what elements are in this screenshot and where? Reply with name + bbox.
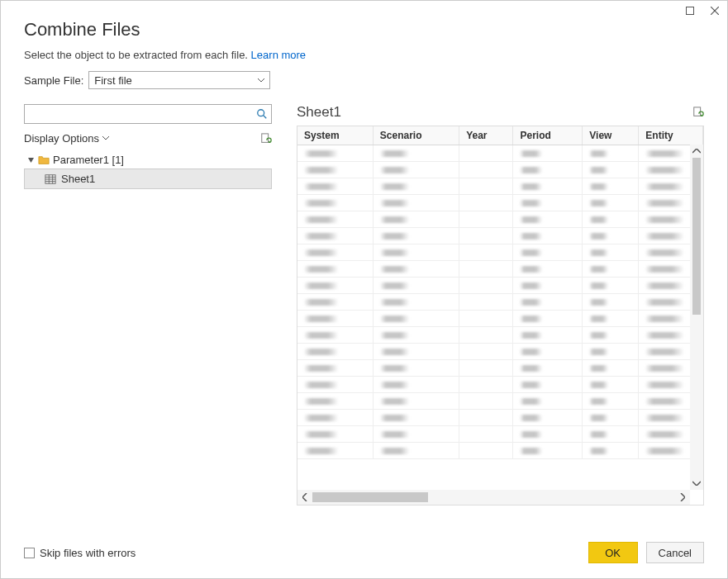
table-row: [297, 228, 703, 244]
table-cell: [583, 443, 639, 459]
table-cell: [297, 393, 373, 410]
column-header[interactable]: View: [583, 126, 639, 145]
table-cell: [583, 426, 639, 443]
table-cell: [297, 360, 373, 377]
table-cell: [373, 377, 459, 393]
table-cell: [459, 195, 513, 211]
ok-button[interactable]: OK: [588, 542, 638, 563]
tree-child-label: Sheet1: [61, 173, 95, 185]
learn-more-link[interactable]: Learn more: [251, 49, 306, 61]
table-row: [297, 178, 703, 195]
maximize-button[interactable]: [678, 1, 702, 21]
search-icon: [256, 108, 268, 120]
tree-parent-label: Parameter1 [1]: [53, 154, 124, 166]
skip-errors-checkbox[interactable]: Skip files with errors: [24, 547, 136, 559]
table-row: [297, 327, 703, 344]
table-row: [297, 278, 703, 294]
table-cell: [583, 410, 639, 426]
table-row: [297, 426, 703, 443]
tree-child-node[interactable]: Sheet1: [24, 168, 272, 189]
table-cell: [583, 311, 639, 327]
table-cell: [459, 228, 513, 244]
chevron-down-icon: [692, 481, 701, 486]
table-cell: [297, 178, 373, 195]
table-cell: [373, 311, 459, 327]
tree-parent-node[interactable]: Parameter1 [1]: [24, 151, 272, 168]
close-button[interactable]: [702, 1, 727, 21]
table-cell: [583, 195, 639, 211]
close-icon: [711, 7, 719, 15]
vertical-scroll-thumb[interactable]: [692, 158, 701, 315]
cancel-button[interactable]: Cancel: [646, 542, 704, 563]
column-header[interactable]: Year: [459, 126, 513, 145]
table-cell: [459, 211, 513, 228]
table-cell: [583, 244, 639, 261]
table-row: [297, 145, 703, 162]
svg-line-4: [264, 116, 267, 119]
table-cell: [297, 278, 373, 294]
table-cell: [297, 145, 373, 162]
refresh-icon[interactable]: [260, 133, 272, 145]
table-cell: [513, 393, 583, 410]
table-cell: [513, 360, 583, 377]
table-cell: [297, 443, 373, 459]
chevron-up-icon: [692, 149, 701, 154]
table-cell: [373, 327, 459, 344]
table-cell: [459, 426, 513, 443]
table-cell: [373, 261, 459, 278]
table-cell: [583, 360, 639, 377]
column-header[interactable]: System: [297, 126, 373, 145]
table-cell: [513, 145, 583, 162]
table-cell: [297, 162, 373, 178]
scroll-up-button[interactable]: [690, 145, 703, 158]
table-cell: [513, 278, 583, 294]
table-icon: [45, 173, 56, 185]
table-cell: [459, 278, 513, 294]
search-input[interactable]: [30, 106, 256, 122]
table-cell: [297, 327, 373, 344]
sample-file-label: Sample File:: [24, 74, 83, 87]
table-row: [297, 311, 703, 327]
preview-table: SystemScenarioYearPeriodViewEntity: [297, 126, 703, 459]
table-cell: [583, 377, 639, 393]
table-row: [297, 344, 703, 360]
horizontal-scrollbar[interactable]: [297, 490, 690, 505]
table-cell: [513, 162, 583, 178]
checkbox-icon: [24, 548, 35, 558]
table-row: [297, 195, 703, 211]
table-cell: [373, 228, 459, 244]
table-cell: [373, 162, 459, 178]
table-cell: [513, 344, 583, 360]
table-row: [297, 294, 703, 311]
chevron-down-icon: [258, 78, 264, 83]
table-cell: [513, 228, 583, 244]
scroll-left-button[interactable]: [297, 490, 312, 505]
column-header[interactable]: Entity: [639, 126, 703, 145]
table-row: [297, 162, 703, 178]
sample-file-select[interactable]: First file: [88, 71, 270, 89]
table-cell: [373, 278, 459, 294]
dialog-subtitle: Select the object to be extracted from e…: [24, 49, 704, 61]
table-row: [297, 360, 703, 377]
svg-rect-0: [687, 7, 694, 15]
refresh-icon[interactable]: [692, 107, 704, 118]
horizontal-scroll-thumb[interactable]: [312, 492, 428, 502]
table-row: [297, 261, 703, 278]
search-input-container[interactable]: [24, 104, 272, 124]
scroll-right-button[interactable]: [675, 490, 690, 505]
table-cell: [297, 195, 373, 211]
table-cell: [583, 178, 639, 195]
scroll-down-button[interactable]: [690, 477, 703, 490]
table-cell: [297, 344, 373, 360]
table-row: [297, 211, 703, 228]
table-cell: [459, 294, 513, 311]
display-options-dropdown[interactable]: Display Options: [24, 132, 109, 145]
table-cell: [583, 327, 639, 344]
table-cell: [513, 178, 583, 195]
preview-table-container: SystemScenarioYearPeriodViewEntity: [297, 126, 704, 505]
vertical-scrollbar[interactable]: [690, 145, 703, 490]
column-header[interactable]: Period: [513, 126, 583, 145]
table-cell: [373, 393, 459, 410]
table-cell: [513, 410, 583, 426]
column-header[interactable]: Scenario: [373, 126, 459, 145]
